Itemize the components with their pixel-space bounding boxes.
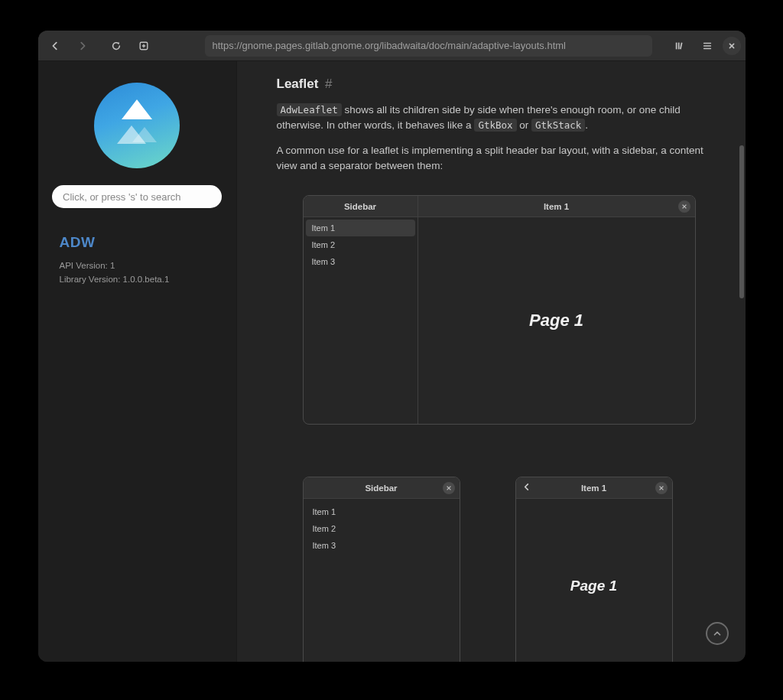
scrollbar-thumb[interactable] (739, 145, 744, 298)
svg-rect-3 (675, 42, 677, 49)
demo-back-icon (522, 483, 531, 493)
demo-header: Item 1 (516, 477, 672, 499)
code-adwleaflet: AdwLeaflet (277, 103, 342, 116)
demo-content-title-text: Item 1 (544, 202, 569, 211)
docs-content: Leaflet # AdwLeaflet shows all its child… (237, 61, 746, 662)
code-gtkbox: GtkBox (474, 119, 516, 132)
list-item: Item 3 (306, 253, 415, 270)
demo-close-icon (655, 482, 668, 494)
library-title: ADW (60, 234, 218, 251)
list-item: Item 3 (307, 537, 456, 554)
demo-window-wide: Sidebar Item 1 Item 1 Item 2 (303, 195, 696, 425)
docs-sidebar: ADW API Version: 1 Library Version: 1.0.… (38, 61, 237, 662)
demo-sidebar-list: Item 1 Item 2 Item 3 (304, 499, 460, 662)
window-close-icon[interactable] (723, 37, 741, 55)
adw-logo (94, 83, 180, 168)
paragraph-2: A common use for a leaflet is implementi… (277, 143, 706, 174)
library-icon[interactable] (668, 35, 692, 57)
scroll-to-top-button[interactable] (706, 622, 729, 645)
code-gtkstack: GtkStack (531, 119, 585, 132)
demo-page-label: Page 1 (529, 311, 583, 330)
demo-close-icon (443, 482, 455, 494)
heading-anchor[interactable]: # (325, 77, 332, 91)
section-heading: Leaflet # (277, 77, 706, 92)
heading-text: Leaflet (277, 77, 319, 91)
text-span: . (585, 119, 588, 131)
demo-window-narrow-sidebar: Sidebar Item 1 Item 2 Item 3 (303, 477, 460, 662)
hamburger-menu-icon[interactable] (695, 35, 720, 57)
paragraph-1: AdwLeaflet shows all its children side b… (277, 103, 706, 134)
svg-marker-11 (122, 99, 152, 119)
demo-page-area: Page 1 (418, 217, 695, 424)
browser-toolbar: https://gnome.pages.gitlab.gnome.org/lib… (38, 31, 746, 61)
list-item: Item 1 (306, 220, 415, 236)
list-item: Item 1 (307, 503, 456, 520)
reload-button[interactable] (104, 35, 128, 57)
demo-sidebar-list: Item 1 Item 2 Item 3 (304, 217, 418, 424)
demo-title-text: Item 1 (581, 483, 606, 493)
demo-title-text: Sidebar (365, 483, 397, 493)
library-version-line: Library Version: 1.0.0.beta.1 (60, 272, 218, 286)
back-button[interactable] (43, 35, 67, 57)
new-tab-button[interactable] (132, 35, 156, 57)
demo-page-label: Page 1 (570, 578, 617, 594)
demo-header: Sidebar Item 1 (304, 196, 695, 217)
demo-close-icon (678, 200, 690, 213)
demo-page-area: Page 1 (516, 499, 672, 662)
url-bar[interactable]: https://gnome.pages.gitlab.gnome.org/lib… (205, 35, 652, 57)
list-item: Item 2 (306, 236, 415, 253)
api-version-line: API Version: 1 (60, 259, 218, 272)
forward-button[interactable] (70, 35, 95, 57)
list-item: Item 2 (307, 520, 456, 537)
search-input[interactable] (52, 185, 222, 208)
demo-header: Sidebar (304, 477, 460, 499)
svg-rect-4 (677, 42, 679, 49)
demo-header-title: Sidebar (304, 477, 460, 498)
illustrations: Sidebar Item 1 Item 1 Item 2 (277, 195, 706, 662)
svg-rect-5 (679, 42, 682, 49)
demo-header-content-title: Item 1 (418, 196, 695, 217)
text-span: or (517, 119, 532, 131)
demo-header-title: Item 1 (516, 477, 672, 498)
browser-window: https://gnome.pages.gitlab.gnome.org/lib… (38, 31, 746, 662)
demo-header-sidebar-title: Sidebar (304, 196, 418, 217)
app-body: ADW API Version: 1 Library Version: 1.0.… (38, 61, 746, 662)
demo-window-narrow-content: Item 1 Page 1 (515, 477, 673, 662)
